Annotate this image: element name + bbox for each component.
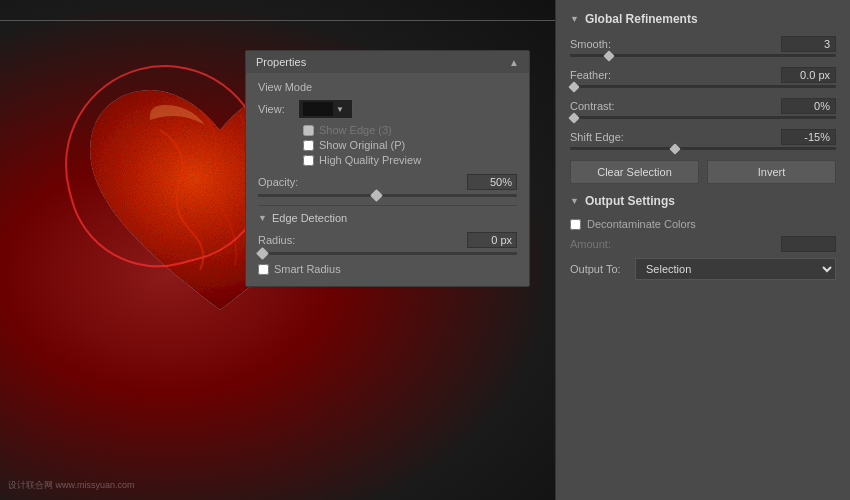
edge-detection-title: Edge Detection xyxy=(272,212,347,224)
panel-titlebar: Properties ▲ xyxy=(246,51,529,73)
radius-row: Radius: xyxy=(258,232,517,248)
opacity-label: Opacity: xyxy=(258,176,313,188)
shift-edge-input[interactable] xyxy=(781,129,836,145)
output-to-label: Output To: xyxy=(570,263,635,275)
right-panel: ▼ Global Refinements Smooth: Feather: Co… xyxy=(555,0,850,500)
show-edge-label: Show Edge (3) xyxy=(319,124,392,136)
view-dropdown[interactable]: ▼ xyxy=(298,99,353,119)
contrast-input[interactable] xyxy=(781,98,836,114)
output-settings-toggle[interactable]: ▼ xyxy=(570,196,579,206)
radius-input[interactable] xyxy=(467,232,517,248)
shift-edge-row: Shift Edge: xyxy=(570,129,836,145)
view-label: View: xyxy=(258,103,290,115)
ruler-line xyxy=(0,20,555,21)
smart-radius-label: Smart Radius xyxy=(274,263,341,275)
opacity-input[interactable] xyxy=(467,174,517,190)
clear-selection-button[interactable]: Clear Selection xyxy=(570,160,699,184)
global-refinements-toggle[interactable]: ▼ xyxy=(570,14,579,24)
global-refinements-header: ▼ Global Refinements xyxy=(570,12,836,26)
show-original-label: Show Original (P) xyxy=(319,139,405,151)
action-buttons-row: Clear Selection Invert xyxy=(570,160,836,184)
output-settings-title: Output Settings xyxy=(585,194,675,208)
high-quality-row: High Quality Preview xyxy=(303,154,517,166)
opacity-row: Opacity: xyxy=(258,174,517,190)
smooth-input[interactable] xyxy=(781,36,836,52)
show-edge-row: Show Edge (3) xyxy=(303,124,517,136)
opacity-slider-track[interactable] xyxy=(258,194,517,197)
panel-content: View Mode View: ▼ Show Edge (3) Show Ori… xyxy=(246,73,529,286)
output-to-select[interactable]: Selection Layer Mask New Layer New Layer… xyxy=(635,258,836,280)
properties-panel: Properties ▲ View Mode View: ▼ Show Edge… xyxy=(245,50,530,287)
dropdown-arrow-icon: ▼ xyxy=(336,105,344,114)
panel-title: Properties xyxy=(256,56,306,68)
edge-detection-toggle[interactable]: ▼ xyxy=(258,213,267,223)
amount-input xyxy=(781,236,836,252)
section-divider-1 xyxy=(258,205,517,206)
smooth-label: Smooth: xyxy=(570,38,640,50)
radius-label: Radius: xyxy=(258,234,313,246)
output-to-row: Output To: Selection Layer Mask New Laye… xyxy=(570,258,836,280)
feather-slider-track[interactable] xyxy=(570,85,836,88)
contrast-slider-track[interactable] xyxy=(570,116,836,119)
view-swatch xyxy=(303,102,333,116)
global-refinements-title: Global Refinements xyxy=(585,12,698,26)
show-edge-checkbox[interactable] xyxy=(303,125,314,136)
contrast-row: Contrast: xyxy=(570,98,836,114)
smart-radius-row: Smart Radius xyxy=(258,263,517,275)
view-mode-label: View Mode xyxy=(258,81,517,93)
view-mode-row: View: ▼ xyxy=(258,99,517,119)
radius-slider-track[interactable] xyxy=(258,252,517,255)
high-quality-label: High Quality Preview xyxy=(319,154,421,166)
canvas-area: Properties ▲ View Mode View: ▼ Show Edge… xyxy=(0,0,555,500)
amount-label: Amount: xyxy=(570,238,630,250)
smooth-row: Smooth: xyxy=(570,36,836,52)
watermark: 设计联合网 www.missyuan.com xyxy=(8,479,135,492)
smart-radius-checkbox[interactable] xyxy=(258,264,269,275)
feather-input[interactable] xyxy=(781,67,836,83)
feather-label: Feather: xyxy=(570,69,640,81)
shift-edge-label: Shift Edge: xyxy=(570,131,640,143)
opacity-slider-thumb[interactable] xyxy=(370,189,383,202)
feather-row: Feather: xyxy=(570,67,836,83)
checkboxes-area: Show Edge (3) Show Original (P) High Qua… xyxy=(303,124,517,166)
decontaminate-checkbox[interactable] xyxy=(570,219,581,230)
smooth-slider-track[interactable] xyxy=(570,54,836,57)
high-quality-checkbox[interactable] xyxy=(303,155,314,166)
amount-row: Amount: xyxy=(570,236,836,252)
output-settings-header: ▼ Output Settings xyxy=(570,194,836,208)
edge-detection-header: ▼ Edge Detection xyxy=(258,212,517,224)
show-original-row: Show Original (P) xyxy=(303,139,517,151)
show-original-checkbox[interactable] xyxy=(303,140,314,151)
invert-button[interactable]: Invert xyxy=(707,160,836,184)
output-settings-section: ▼ Output Settings Decontaminate Colors A… xyxy=(570,194,836,280)
decontaminate-row: Decontaminate Colors xyxy=(570,218,836,230)
contrast-label: Contrast: xyxy=(570,100,640,112)
decontaminate-label: Decontaminate Colors xyxy=(587,218,696,230)
panel-scroll-up[interactable]: ▲ xyxy=(509,57,519,68)
radius-slider-thumb[interactable] xyxy=(256,247,269,260)
shift-edge-slider-track[interactable] xyxy=(570,147,836,150)
